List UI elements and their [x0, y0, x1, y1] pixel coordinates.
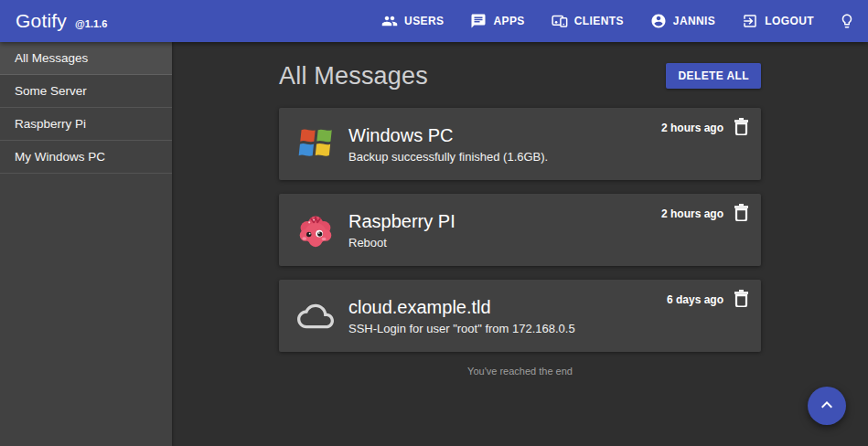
delete-message-button[interactable]	[734, 290, 749, 310]
scroll-to-top-button[interactable]	[808, 387, 846, 425]
message-body: Reboot	[348, 235, 455, 250]
account-circle-icon	[650, 13, 667, 29]
theme-toggle-button[interactable]	[839, 13, 855, 29]
apps-chat-icon	[470, 13, 487, 29]
sidebar-item-raspberry-pi[interactable]: Raspberry Pi	[0, 108, 172, 141]
nav-users-label: USERS	[404, 15, 444, 27]
delete-message-button[interactable]	[734, 118, 749, 138]
brand: Gotify @1.1.6	[16, 10, 107, 32]
trash-icon	[734, 118, 749, 138]
logout-icon	[742, 13, 758, 29]
windows-logo-icon	[297, 126, 334, 163]
nav-logout-label: LOGOUT	[765, 15, 814, 27]
sidebar-item-all-messages[interactable]: All Messages	[0, 42, 172, 75]
message-timestamp: 2 hours ago	[661, 206, 723, 222]
message-app-title: cloud.example.tld	[348, 295, 575, 319]
sidebar: All Messages Some Server Raspberry Pi My…	[0, 42, 172, 446]
message-app-title: Windows PC	[348, 123, 548, 147]
top-navigation: USERS APPS CLIENTS	[381, 13, 814, 29]
nav-clients-button[interactable]: CLIENTS	[552, 13, 624, 29]
cloud-icon	[297, 298, 334, 334]
sidebar-item-label: Some Server	[15, 84, 87, 98]
app-version: @1.1.6	[75, 18, 107, 29]
nav-apps-label: APPS	[493, 15, 524, 27]
page-header: All Messages DELETE ALL	[279, 55, 761, 97]
app-title: Gotify	[16, 10, 67, 32]
delete-message-button[interactable]	[734, 204, 749, 224]
message-timestamp: 2 hours ago	[661, 120, 723, 136]
top-app-bar: Gotify @1.1.6 USERS APPS	[0, 0, 868, 42]
message-card-raspberry-pi: Raspberry PI Reboot 2 hours ago	[279, 194, 761, 266]
delete-all-button[interactable]: DELETE ALL	[666, 63, 761, 89]
sidebar-item-some-server[interactable]: Some Server	[0, 75, 172, 108]
clients-devices-icon	[552, 13, 568, 29]
gotify-app: Gotify @1.1.6 USERS APPS	[0, 0, 868, 446]
users-icon	[381, 13, 398, 29]
trash-icon	[734, 204, 749, 224]
sidebar-item-label: All Messages	[15, 51, 88, 65]
message-timestamp: 6 days ago	[667, 292, 723, 308]
message-body: SSH-Login for user "root" from 172.168.0…	[348, 321, 575, 336]
nav-users-button[interactable]: USERS	[381, 13, 444, 29]
nav-clients-label: CLIENTS	[574, 15, 624, 27]
trash-icon	[734, 290, 749, 310]
message-body: Backup successfully finished (1.6GB).	[348, 149, 548, 165]
lightbulb-icon	[839, 13, 855, 29]
main-content: All Messages DELETE ALL W	[172, 42, 868, 446]
message-card-cloud: cloud.example.tld SSH-Login for user "ro…	[279, 280, 761, 352]
message-card-windows-pc: Windows PC Backup successfully finished …	[279, 108, 761, 180]
sidebar-item-my-windows-pc[interactable]: My Windows PC	[0, 141, 172, 174]
nav-apps-button[interactable]: APPS	[470, 13, 524, 29]
nav-logout-button[interactable]: LOGOUT	[742, 13, 814, 29]
nav-username-label: JANNIS	[673, 15, 715, 27]
sidebar-item-label: My Windows PC	[15, 150, 105, 164]
raspberry-icon	[297, 212, 334, 249]
chevron-up-icon	[816, 394, 838, 419]
nav-user-account-button[interactable]: JANNIS	[650, 13, 715, 29]
end-of-list-text: You've reached the end	[279, 366, 761, 377]
page-title: All Messages	[279, 62, 428, 90]
message-app-title: Raspberry PI	[348, 209, 455, 233]
sidebar-item-label: Raspberry Pi	[15, 117, 86, 131]
